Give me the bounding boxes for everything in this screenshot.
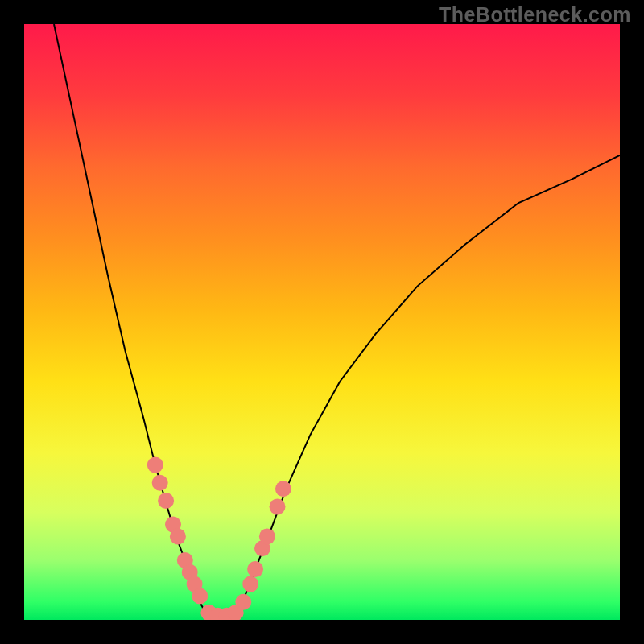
marker-point (247, 561, 263, 577)
marker-point (170, 528, 186, 544)
bottleneck-curve (54, 24, 620, 617)
marker-point (259, 528, 275, 544)
chart-frame: TheBottleneck.com (0, 0, 644, 644)
marker-point (158, 493, 174, 509)
marker-point (275, 481, 291, 497)
marker-point (235, 594, 251, 610)
marker-point (152, 475, 168, 491)
marker-point (242, 576, 258, 592)
marker-point (192, 588, 208, 604)
marker-group (147, 457, 291, 620)
curve-svg (24, 24, 620, 620)
plot-area (24, 24, 620, 620)
watermark-text: TheBottleneck.com (439, 3, 631, 27)
marker-point (270, 498, 286, 514)
marker-point (147, 457, 163, 473)
